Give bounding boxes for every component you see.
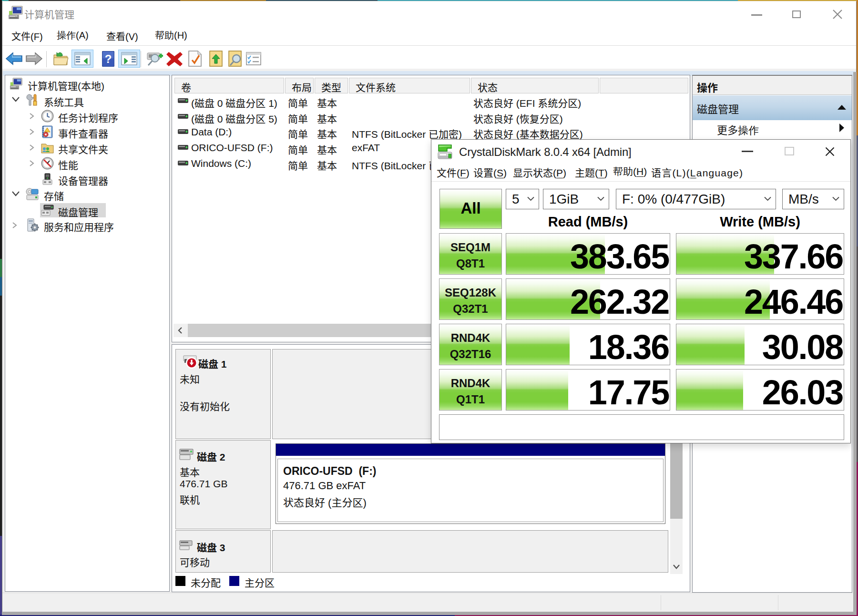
svg-text:?: ? <box>105 52 112 65</box>
